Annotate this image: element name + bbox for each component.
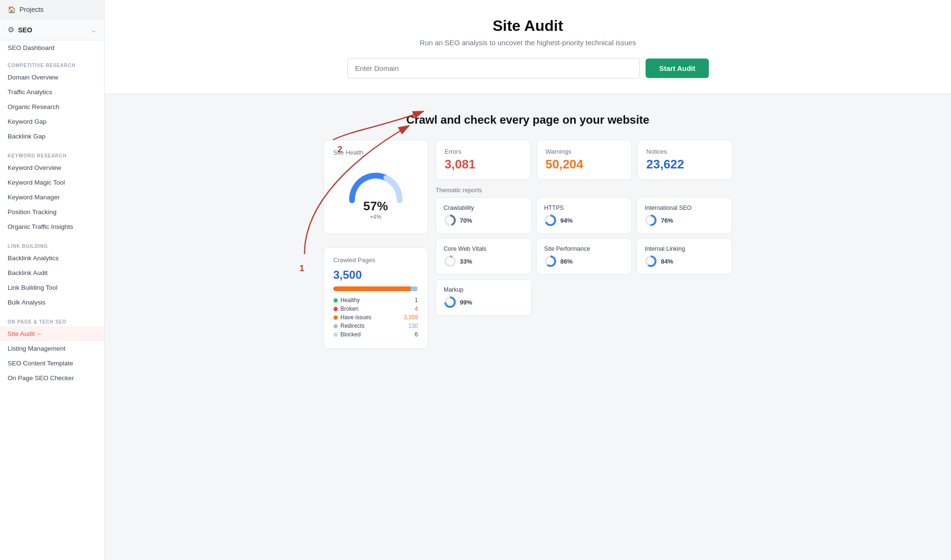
sidebar: 🏠 Projects ⚙ SEO ⌄ SEO Dashboard COMPETI…: [0, 0, 105, 560]
crawled-progress-bar: [333, 286, 418, 291]
right-panel: Errors 3,081 Warnings 50,204 Notices 23,…: [436, 140, 733, 349]
seo-label: SEO: [18, 26, 91, 34]
crawled-pages-label: Crawled Pages: [333, 256, 418, 264]
thematic-https[interactable]: HTTPS 94%: [536, 197, 632, 234]
legend-redirects: Redirects 130: [333, 323, 418, 329]
main-content: Site Audit Run an SEO analysis to uncove…: [105, 0, 951, 560]
seo-section-header[interactable]: ⚙ SEO ⌄: [0, 20, 104, 40]
crawl-title: Crawl and check every page on your websi…: [133, 113, 922, 127]
site-performance-donut: [544, 255, 557, 267]
notices-label: Notices: [647, 148, 724, 155]
chevron-down-icon: ⌄: [91, 26, 97, 34]
hero-section: Site Audit Run an SEO analysis to uncove…: [105, 0, 951, 94]
thematic-reports-label: Thematic reports: [436, 187, 733, 194]
start-audit-button[interactable]: Start Audit: [646, 59, 708, 78]
link-building-section: LINK BUILDING Backlink Analytics Backlin…: [0, 236, 104, 312]
gauge-delta: +4%: [370, 214, 381, 220]
hero-input-row: Start Audit: [347, 58, 709, 79]
core-web-vitals-donut: [444, 255, 456, 267]
sidebar-item-backlink-audit[interactable]: Backlink Audit: [0, 265, 104, 280]
thematic-grid: Crawlability 70%: [436, 197, 733, 275]
dashboard-grid: Site Health 57%: [324, 140, 733, 349]
errors-label: Errors: [445, 148, 522, 155]
thematic-site-performance[interactable]: Site Performance 86%: [536, 238, 632, 275]
crawled-legend: Healthy 1 Broken 4 Have issues 3,359: [333, 297, 418, 338]
warnings-label: Warnings: [546, 148, 623, 155]
markup-row: Markup 99%: [436, 279, 733, 315]
gauge-svg: [345, 165, 407, 203]
on-page-tech-seo-section: ON PAGE & TECH SEO Site Audit ← Listing …: [0, 312, 104, 387]
internal-linking-donut: [645, 255, 657, 267]
sidebar-item-seo-dashboard[interactable]: SEO Dashboard: [0, 40, 104, 55]
svg-point-7: [445, 256, 455, 266]
warnings-value: 50,204: [546, 157, 623, 172]
hero-subtitle: Run an SEO analysis to uncover the highe…: [124, 39, 932, 47]
thematic-internal-linking[interactable]: Internal Linking 84%: [637, 238, 732, 275]
thematic-international-seo[interactable]: International SEO 76%: [637, 197, 732, 234]
sidebar-item-organic-research[interactable]: Organic Research: [0, 99, 104, 114]
crawled-pages-card: Crawled Pages 3,500: [324, 247, 428, 349]
sidebar-item-listing-management[interactable]: Listing Management: [0, 341, 104, 356]
notices-value: 23,622: [647, 157, 724, 172]
annotation-1: 1: [300, 264, 304, 274]
sidebar-item-on-page-seo-checker[interactable]: On Page SEO Checker: [0, 371, 104, 385]
sidebar-item-backlink-gap[interactable]: Backlink Gap: [0, 129, 104, 144]
domain-input[interactable]: [347, 58, 640, 79]
keyword-research-section: KEYWORD RESEARCH Keyword Overview Keywor…: [0, 146, 104, 236]
crawled-count: 3,500: [333, 268, 418, 282]
crawl-section: Crawl and check every page on your websi…: [105, 94, 951, 368]
legend-broken: Broken 4: [333, 305, 418, 312]
errors-value: 3,081: [445, 157, 522, 172]
thematic-markup[interactable]: Markup 99%: [436, 279, 531, 315]
sidebar-item-seo-content-template[interactable]: SEO Content Template: [0, 356, 104, 371]
gauge-container: 57% +4%: [333, 165, 418, 220]
thematic-core-web-vitals[interactable]: Core Web Vitals 33%: [436, 238, 531, 275]
thematic-crawlability[interactable]: Crawlability 70%: [436, 197, 531, 234]
competitive-research-header: COMPETITIVE RESEARCH: [0, 60, 104, 70]
projects-icon: 🏠: [8, 6, 16, 13]
seo-icon: ⚙: [8, 25, 14, 34]
thematic-reports-section: Thematic reports Crawlability: [436, 187, 733, 315]
international-seo-donut: [645, 214, 657, 226]
legend-have-issues: Have issues 3,359: [333, 314, 418, 321]
seo-dashboard-label: SEO Dashboard: [8, 44, 54, 51]
legend-blocked: Blocked 6: [333, 331, 418, 338]
on-page-header: ON PAGE & TECH SEO: [0, 316, 104, 326]
crawlability-donut: [444, 214, 456, 226]
active-arrow-icon: ←: [37, 330, 43, 337]
sidebar-item-keyword-manager[interactable]: Keyword Manager: [0, 190, 104, 205]
stats-row: Errors 3,081 Warnings 50,204 Notices 23,…: [436, 140, 733, 180]
sidebar-item-domain-overview[interactable]: Domain Overview: [0, 70, 104, 85]
notices-card: Notices 23,622: [637, 140, 733, 180]
sidebar-item-organic-traffic-insights[interactable]: Organic Traffic Insights: [0, 219, 104, 234]
competitive-research-section: COMPETITIVE RESEARCH Domain Overview Tra…: [0, 55, 104, 146]
keyword-research-header: KEYWORD RESEARCH: [0, 150, 104, 160]
sidebar-item-keyword-magic-tool[interactable]: Keyword Magic Tool: [0, 175, 104, 190]
sidebar-item-keyword-gap[interactable]: Keyword Gap: [0, 114, 104, 129]
warnings-card: Warnings 50,204: [537, 140, 632, 180]
sidebar-item-bulk-analysis[interactable]: Bulk Analysis: [0, 295, 104, 310]
sidebar-item-position-tracking[interactable]: Position Tracking: [0, 205, 104, 219]
sidebar-item-traffic-analytics[interactable]: Traffic Analytics: [0, 85, 104, 99]
https-donut: [544, 214, 557, 226]
projects-nav-item[interactable]: 🏠 Projects: [0, 0, 104, 20]
annotation-2: 2: [338, 145, 343, 155]
sidebar-item-link-building-tool[interactable]: Link Building Tool: [0, 280, 104, 295]
sidebar-item-backlink-analytics[interactable]: Backlink Analytics: [0, 251, 104, 265]
page-title: Site Audit: [124, 17, 932, 35]
sidebar-item-keyword-overview[interactable]: Keyword Overview: [0, 160, 104, 175]
errors-card: Errors 3,081: [436, 140, 531, 180]
gauge-percent: 57%: [363, 199, 388, 214]
link-building-header: LINK BUILDING: [0, 241, 104, 251]
markup-donut: [444, 296, 456, 308]
projects-label: Projects: [20, 6, 44, 13]
sidebar-item-site-audit[interactable]: Site Audit ←: [0, 326, 104, 341]
legend-healthy: Healthy 1: [333, 297, 418, 304]
